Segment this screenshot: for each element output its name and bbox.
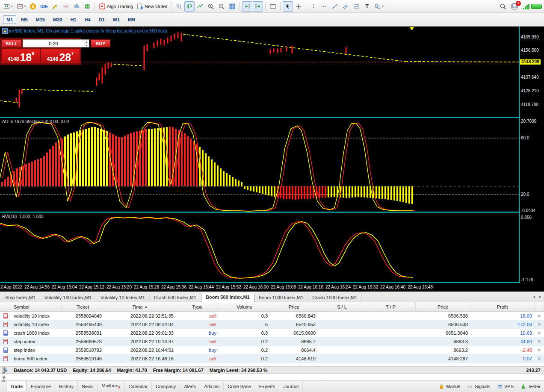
ao-indicator-canvas[interactable] (0, 118, 519, 212)
timeframe-h4[interactable]: H4 (81, 15, 94, 24)
chart-shift-button[interactable] (268, 1, 278, 12)
column-header-symbol[interactable]: Symbol (11, 302, 62, 311)
column-header-volume[interactable]: Volume (219, 302, 270, 311)
timeframe-d1[interactable]: D1 (95, 15, 108, 24)
column-header-price[interactable]: Price (270, 302, 318, 311)
close-position-button[interactable]: × (535, 329, 544, 337)
position-row[interactable]: step index25595107922022.08.22 16:44:51b… (0, 346, 544, 354)
timeframe-m15[interactable]: M15 (33, 15, 48, 24)
algo-trading-button[interactable]: Algo Trading (97, 1, 135, 12)
status-market[interactable]: Market (439, 384, 461, 389)
column-header-profit[interactable]: Profit (470, 302, 535, 311)
text-tool-button[interactable]: T (362, 1, 372, 12)
auto-scroll-button[interactable] (253, 1, 263, 12)
chart-tab-2[interactable]: Volatility 100 Index,M1 (40, 294, 96, 302)
search-button[interactable] (498, 1, 508, 12)
bottom-tab-calendar[interactable]: Calendar (125, 382, 152, 391)
crosshair-button[interactable] (293, 1, 304, 12)
buy-button[interactable]: BUY (91, 39, 110, 47)
bottom-tab-news[interactable]: News (78, 382, 98, 391)
metaeditor-button[interactable] (50, 1, 60, 12)
position-row[interactable]: crash 1000 index25585380312022.08.22 09:… (0, 329, 544, 337)
chart-tab-7[interactable]: Crash 1000 Index,M1 (308, 294, 362, 302)
position-row[interactable]: volatility 10 index25584954392022.08.22 … (0, 320, 544, 329)
spinner-up-icon[interactable]: ▴ (84, 40, 89, 44)
shapes-tool-button[interactable]: ▾ (373, 1, 385, 12)
close-position-button[interactable]: × (535, 320, 544, 329)
pane-separator[interactable] (0, 117, 544, 118)
bottom-tab-journal[interactable]: Journal (279, 382, 303, 391)
position-row[interactable]: volatility 10 index25580240492022.08.22 … (0, 312, 544, 320)
pane-separator[interactable] (0, 282, 544, 283)
signals-toolbar-button[interactable] (61, 1, 71, 12)
trendline-tool-button[interactable] (330, 1, 340, 12)
column-header-time[interactable]: Time▲ (104, 302, 176, 311)
account-button[interactable]: 1 (509, 1, 521, 12)
sell-button[interactable]: SELL (2, 39, 21, 47)
bottom-tab-mailbox[interactable]: Mailbox7 (98, 381, 125, 391)
ide-button[interactable]: IDE (38, 1, 50, 12)
column-header-sl[interactable]: S / L (318, 302, 366, 311)
column-header-tp[interactable]: T / P (366, 302, 416, 311)
zoom-out-button[interactable] (216, 1, 227, 12)
bottom-tab-exposure[interactable]: Exposure (27, 382, 55, 391)
status-tester[interactable]: Tester (520, 384, 541, 389)
bottom-tab-trade[interactable]: Trade (6, 381, 27, 391)
chart-tab-6[interactable]: Boom 1000 Index,M1 (254, 294, 308, 302)
tab-scroll-right-button[interactable]: ▸ (539, 294, 541, 299)
close-position-button[interactable]: × (535, 312, 544, 320)
cursor-button[interactable] (283, 1, 293, 12)
volume-input[interactable] (23, 40, 84, 47)
timeframe-m1[interactable]: M1 (3, 15, 16, 24)
timeframe-m30[interactable]: M30 (50, 15, 65, 24)
bottom-tab-history[interactable]: History (55, 382, 78, 391)
cloud-button[interactable] (71, 1, 82, 12)
bottom-tab-company[interactable]: Company (152, 382, 180, 391)
bottom-tab-code-base[interactable]: Code Base (224, 382, 255, 391)
status-vps[interactable]: VPS (497, 384, 514, 389)
chart-tab-1[interactable]: Step Index,M1 (1, 294, 40, 302)
candlestick-mode-button[interactable] (184, 1, 195, 12)
new-order-button[interactable]: New Order (135, 1, 169, 12)
tab-scroll-left-button[interactable]: ◂ (533, 294, 535, 299)
spinner-down-icon[interactable]: ▾ (84, 44, 89, 47)
fibonacci-tool-button[interactable] (351, 1, 361, 12)
timeframe-w1[interactable]: W1 (109, 15, 124, 24)
market-watch-button[interactable]: $ (28, 1, 38, 12)
close-position-button[interactable]: × (535, 346, 544, 354)
position-row[interactable]: step index25586695782022.08.22 10:14:37s… (0, 337, 544, 346)
bar-chart-mode-button[interactable] (174, 1, 184, 12)
bottom-tab-experts[interactable]: Experts (255, 382, 279, 391)
horizontal-line-tool-button[interactable] (319, 1, 329, 12)
sell-quote-button[interactable]: 4148 18 9 (2, 49, 40, 63)
timeframe-mn[interactable]: MN (124, 15, 139, 24)
community-button[interactable] (82, 1, 92, 12)
buy-quote-button[interactable]: 4148 28 7 (41, 49, 80, 63)
zoom-in-button[interactable] (206, 1, 216, 12)
rvi-indicator-canvas[interactable] (0, 213, 519, 282)
column-header-price_current[interactable]: Price (416, 302, 470, 311)
time-axis[interactable]: 2 Aug 202222 Aug 14:5622 Aug 15:0422 Aug… (0, 283, 519, 292)
close-position-button[interactable]: × (535, 354, 544, 363)
column-header-type[interactable]: Type (176, 302, 219, 311)
close-position-button[interactable]: × (535, 337, 544, 346)
position-row[interactable]: boom 500 index25595191462022.08.22 16:48… (0, 354, 544, 363)
status-signals[interactable]: Signals (467, 384, 490, 389)
shift-end-button[interactable] (242, 1, 252, 12)
channel-tool-button[interactable] (340, 1, 351, 12)
chart-tab-4[interactable]: Crash 500 Index,M1 (150, 294, 201, 302)
vertical-line-tool-button[interactable] (308, 1, 319, 12)
line-chart-mode-button[interactable] (195, 1, 205, 12)
pane-separator[interactable] (0, 212, 544, 212)
new-chart-button[interactable]: ▾ (2, 1, 15, 12)
chart-tab-5[interactable]: Boom 500 Index,M1 (201, 293, 254, 302)
tile-windows-button[interactable] (227, 1, 237, 12)
timeframe-h1[interactable]: H1 (67, 15, 80, 24)
chart-profiles-button[interactable]: ▾ (15, 1, 28, 12)
bottom-tab-articles[interactable]: Articles (200, 382, 224, 391)
timeframe-m5[interactable]: M5 (18, 15, 31, 24)
bottom-tab-alerts[interactable]: Alerts (180, 382, 200, 391)
chart-tab-3[interactable]: Volatility 10 Index,M1 (96, 294, 150, 302)
price-scale[interactable]: 4165.9304156.5004148.2094137.6404128.210… (520, 27, 544, 292)
column-header-ticket[interactable]: Ticket (62, 302, 104, 311)
